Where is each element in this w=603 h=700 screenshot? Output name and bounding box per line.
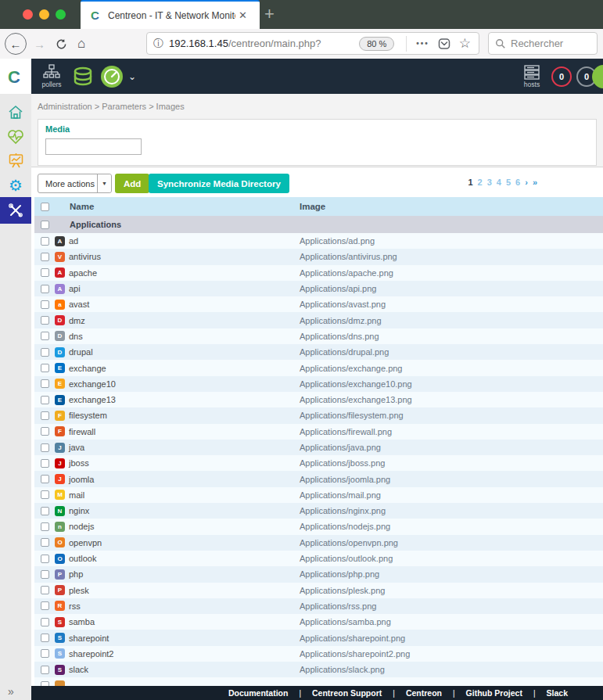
current-page[interactable]: 1 (468, 178, 472, 187)
row-checkbox[interactable] (41, 253, 49, 261)
footer-link[interactable]: Documentation (228, 688, 288, 698)
page-link[interactable]: 3 (487, 178, 492, 187)
row-checkbox[interactable] (41, 601, 49, 610)
row-name[interactable]: mail (69, 490, 84, 500)
table-row[interactable]: E exchange13 Applications/exchange13.png (34, 392, 603, 407)
table-row[interactable]: P plesk Applications/plesk.png (34, 583, 603, 598)
synchronize-media-button[interactable]: Synchronize Media Directory (149, 174, 289, 193)
row-name[interactable]: dns (69, 332, 83, 341)
row-name[interactable]: exchange10 (69, 379, 116, 389)
row-checkbox[interactable] (41, 316, 49, 325)
row-name[interactable]: jboss (69, 458, 89, 468)
table-row[interactable]: O outlook Applications/outlook.png (34, 551, 603, 566)
row-name[interactable]: nodejs (69, 522, 94, 531)
row-checkbox[interactable] (41, 522, 49, 531)
table-row[interactable]: J jboss Applications/jboss.png (34, 455, 603, 471)
row-name[interactable]: nginx (69, 506, 89, 515)
table-row[interactable]: R rss Applications/rss.png (34, 598, 603, 614)
row-checkbox[interactable] (41, 332, 49, 340)
row-name[interactable]: openvpn (69, 538, 102, 547)
maximize-window-button[interactable] (56, 9, 66, 20)
table-row[interactable]: D drupal Applications/drupal.png (34, 344, 603, 360)
url-text[interactable]: 192.168.1.45/centreon/main.php? (169, 38, 359, 49)
table-row[interactable]: n nodejs Applications/nodejs.png (34, 519, 603, 534)
page-link[interactable]: 6 (515, 178, 520, 187)
row-checkbox[interactable] (41, 396, 49, 404)
back-button[interactable]: ← (5, 33, 27, 55)
row-name[interactable]: exchange (69, 364, 106, 373)
row-name[interactable]: sharepoint (69, 634, 109, 643)
hosts-menu[interactable]: hosts (518, 59, 546, 94)
footer-link[interactable]: Centreon Support (312, 688, 382, 698)
last-page-icon[interactable]: » (533, 178, 537, 187)
row-checkbox[interactable] (41, 268, 49, 277)
window-controls[interactable] (23, 9, 66, 20)
table-row[interactable]: J joomla Applications/joomla.png (34, 471, 603, 486)
row-checkbox[interactable] (41, 666, 49, 674)
table-row[interactable]: D dmz Applications/dmz.png (34, 312, 603, 328)
row-checkbox[interactable] (41, 443, 49, 452)
page-actions-icon[interactable]: ••• (416, 39, 429, 48)
hosts-down-counter[interactable]: 0 (551, 59, 572, 94)
row-name[interactable]: joomla (69, 475, 94, 484)
table-row[interactable]: E exchange10 Applications/exchange10.png (34, 376, 603, 392)
table-row[interactable]: E exchange Applications/exchange.png (34, 360, 603, 375)
sidebar-item-home[interactable] (0, 100, 31, 124)
sidebar-item-monitoring[interactable] (0, 124, 31, 149)
url-bar[interactable]: ⓘ 192.168.1.45/centreon/main.php? 80 % •… (146, 32, 479, 55)
row-checkbox[interactable] (41, 379, 49, 388)
row-checkbox[interactable] (41, 364, 49, 372)
search-input[interactable] (511, 38, 585, 49)
row-checkbox[interactable] (41, 300, 49, 309)
row-name[interactable]: sharepoint2 (69, 649, 114, 659)
row-checkbox[interactable] (41, 649, 49, 658)
row-name[interactable]: firewall (69, 427, 95, 436)
gauge-status[interactable] (99, 59, 124, 94)
database-status[interactable] (70, 59, 95, 94)
row-name[interactable]: java (69, 443, 84, 452)
column-header-name[interactable]: Name (70, 202, 94, 211)
browser-tab[interactable]: C Centreon - IT & Network Monito ✕ (81, 0, 260, 29)
row-checkbox[interactable] (41, 490, 49, 499)
close-tab-icon[interactable]: ✕ (239, 9, 247, 21)
row-name[interactable]: php (69, 569, 83, 579)
row-name[interactable]: samba (69, 617, 95, 626)
row-name[interactable]: plesk (69, 586, 89, 595)
row-checkbox[interactable] (41, 618, 49, 626)
sidebar-item-reporting[interactable] (0, 149, 31, 173)
row-name[interactable]: api (69, 284, 81, 293)
site-info-icon[interactable]: ⓘ (153, 37, 163, 51)
footer-link[interactable]: Centreon (406, 688, 442, 698)
row-checkbox[interactable] (41, 634, 49, 642)
table-row[interactable]: F filesystem Applications/filesystem.png (34, 407, 603, 423)
sidebar-item-administration[interactable] (0, 197, 31, 224)
bookmark-star-icon[interactable]: ☆ (459, 35, 471, 52)
table-row[interactable]: J java Applications/java.png (34, 440, 603, 455)
footer-link[interactable]: Slack (547, 688, 568, 698)
footer-link[interactable]: Github Project (466, 688, 522, 698)
next-page-icon[interactable]: › (525, 178, 528, 187)
row-name[interactable]: filesystem (69, 411, 107, 420)
row-name[interactable]: outlook (69, 554, 96, 563)
pocket-icon[interactable] (438, 38, 450, 50)
table-row[interactable]: P php Applications/php.png (34, 566, 603, 582)
reload-button[interactable] (56, 38, 67, 50)
media-filter-input[interactable] (45, 138, 142, 155)
row-name[interactable]: antivirus (69, 252, 101, 261)
row-checkbox[interactable] (41, 555, 49, 563)
search-bar[interactable] (488, 32, 598, 55)
table-row[interactable]: O openvpn Applications/openvpn.png (34, 535, 603, 551)
table-row[interactable]: N nginx Applications/nginx.png (34, 503, 603, 519)
table-row[interactable]: S slack Applications/slack.png (34, 662, 603, 677)
row-name[interactable]: exchange13 (69, 395, 116, 404)
page-link[interactable]: 5 (506, 178, 511, 187)
home-button[interactable]: ⌂ (77, 36, 85, 52)
row-checkbox[interactable] (41, 570, 49, 579)
minimize-window-button[interactable] (39, 9, 49, 20)
breadcrumb[interactable]: Administration > Parameters > Images (38, 102, 185, 111)
column-header-image[interactable]: Image (300, 202, 325, 211)
sidebar-item-configuration[interactable]: ⚙ (0, 173, 31, 197)
appbar-dropdown[interactable]: ⌄ (125, 59, 139, 94)
page-link[interactable]: 4 (497, 178, 501, 187)
table-row[interactable] (34, 677, 603, 686)
